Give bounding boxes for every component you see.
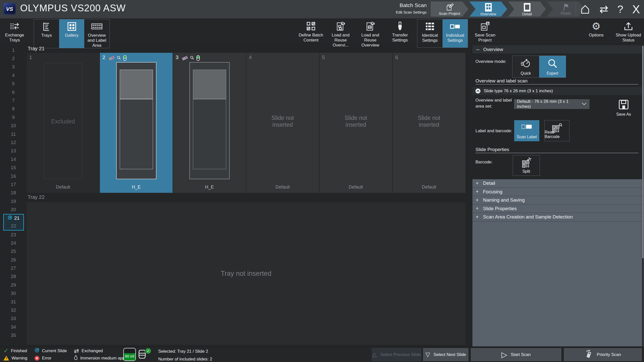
slide-cell-2[interactable]: 2H_E	[100, 53, 173, 193]
scrollbar-thumb[interactable]	[642, 46, 643, 258]
tray-list-item-24[interactable]: 24	[0, 239, 27, 247]
show-upload-status-button[interactable]: Show Upload Status	[615, 19, 641, 43]
tray-list-item-13[interactable]: 13	[0, 147, 27, 155]
slide-label-area[interactable]	[120, 70, 153, 99]
expert-mode-button[interactable]: Expert	[539, 56, 566, 77]
tray-list-item-6[interactable]: 6	[0, 88, 27, 96]
tray-list-item-19[interactable]: 19	[0, 197, 27, 205]
slide-specimen-area[interactable]	[120, 99, 153, 169]
tray-list-item-18[interactable]: 18	[0, 189, 27, 197]
tray-number: 8	[12, 106, 15, 112]
legend-current-slide: Current Slide	[34, 348, 67, 354]
tray-list-item-32[interactable]: 32	[0, 306, 27, 314]
checkboxes-icon	[306, 21, 315, 31]
tray-number: 2	[12, 56, 15, 61]
overview-section-header[interactable]: − Overview	[472, 45, 644, 54]
expand-icon: +	[476, 180, 479, 186]
slide-specimen-area[interactable]	[193, 99, 226, 169]
select-next-slide-button[interactable]: ▽ Select Next Slide	[423, 348, 468, 361]
workflow-step-overview[interactable]: Overview	[469, 2, 507, 17]
tray-list-item-33[interactable]: 33	[0, 314, 27, 323]
slide-cell-3[interactable]: 3H_E	[173, 53, 246, 193]
tray-list-item-22[interactable]: 22	[4, 222, 23, 230]
tray-list-item-4[interactable]: 4	[0, 71, 27, 79]
collapsed-section-detail[interactable]: +Detail	[472, 179, 644, 188]
tray-list-item-17[interactable]: 17	[0, 180, 27, 189]
quick-mode-label: Quick	[521, 71, 531, 76]
select-previous-slide-button[interactable]: △ Select Previous Slide	[372, 348, 421, 361]
tray-list-item-2[interactable]: 2	[0, 54, 27, 63]
slide-cell-1[interactable]: 1ExcludedDefault	[27, 53, 100, 193]
tray-list-item-35[interactable]: 35	[0, 331, 27, 340]
brush-icon	[396, 21, 404, 31]
tray-list-item-1[interactable]: 1	[0, 46, 27, 54]
tray-list-item-30[interactable]: 30	[0, 289, 27, 298]
start-scan-button[interactable]: ▷ Start Scan	[471, 348, 561, 361]
tray-list-item-20[interactable]: 20	[0, 205, 27, 214]
slide-preview[interactable]	[189, 62, 230, 179]
selected-tray-group-box: 2122	[3, 214, 24, 231]
slide-cell-6[interactable]: 6Slide not insertedDefault	[393, 53, 465, 193]
panel-scrollbar[interactable]	[642, 45, 644, 347]
workflow-step-detail[interactable]: Detail	[508, 2, 546, 17]
save-scan-project-label: Save Scan Project	[472, 33, 498, 43]
identical-settings-label: Identical Settings	[417, 33, 442, 43]
scan-label-button[interactable]: Scan Label	[514, 120, 539, 141]
workflow-title: Batch Scan	[377, 2, 427, 8]
slide-cell-5[interactable]: 5Slide not insertedDefault	[319, 53, 393, 193]
tray-list-item-14[interactable]: 14	[0, 155, 27, 163]
collapsed-section-focusing[interactable]: +Focusing	[472, 188, 644, 196]
quick-mode-button[interactable]: Quick	[512, 56, 539, 77]
slide-footer-label: Default	[246, 185, 319, 190]
tray-list-item-31[interactable]: 31	[0, 298, 27, 306]
tray-list-item-11[interactable]: 11	[0, 130, 27, 138]
slide-preview[interactable]	[116, 62, 156, 179]
tray-list-item-23[interactable]: 23	[0, 231, 27, 239]
chevron-up-circle-icon	[475, 88, 480, 94]
tray-list-item-21[interactable]: 21	[4, 214, 23, 222]
tray-list-item-7[interactable]: 7	[0, 96, 27, 105]
options-button[interactable]: ⚙ Options	[585, 19, 608, 43]
slide-number: 2	[102, 54, 105, 60]
home-icon[interactable]	[580, 4, 590, 15]
tray-list-item-10[interactable]: 10	[0, 122, 27, 130]
slide-cell-4[interactable]: 4Slide not insertedDefault	[246, 53, 319, 193]
immersion-bottle-indicator: 60 ml	[123, 348, 136, 361]
tray-list-item-9[interactable]: 9	[0, 113, 27, 121]
switch-layout-icon[interactable]: ⇄	[599, 4, 608, 15]
tray-list-item-16[interactable]: 16	[0, 172, 27, 180]
help-icon[interactable]: ?	[617, 3, 623, 15]
priority-scan-button[interactable]: Priority Scan	[564, 348, 642, 361]
tray-list-item-25[interactable]: 25	[0, 247, 27, 256]
tray-number: 28	[11, 274, 16, 279]
tray-list-item-5[interactable]: 5	[0, 80, 27, 88]
tray-list-item-26[interactable]: 26	[0, 256, 27, 264]
workflow-step-scan-project[interactable]: Scan Project	[431, 2, 468, 17]
collapsed-section-naming-and-saving[interactable]: +Naming and Saving	[472, 196, 644, 205]
slide-type-label: Slide type 76 x 26 mm (3 x 1 inches)	[484, 88, 553, 94]
slide-label-area[interactable]	[193, 70, 226, 99]
tray-list-item-27[interactable]: 27	[0, 264, 27, 272]
trays-icon	[42, 21, 51, 32]
tray-list-item-34[interactable]: 34	[0, 323, 27, 331]
collapsed-section-slide-properties[interactable]: +Slide Properties	[472, 205, 644, 213]
tray-number: 27	[11, 265, 16, 271]
tray-number: 22	[11, 223, 16, 229]
tray-list-item-12[interactable]: 12	[0, 138, 27, 147]
tray-list-item-29[interactable]: 29	[0, 281, 27, 289]
tray-list-item-15[interactable]: 15	[0, 163, 27, 172]
area-set-dropdown[interactable]: Default - 76 x 26 mm (3 x 1 inches)	[514, 99, 589, 109]
tray-list-item-28[interactable]: 28	[0, 273, 27, 281]
read-barcode-button[interactable]: Read Barcode	[544, 120, 570, 141]
slide-type-expander[interactable]: Slide type 76 x 26 mm (3 x 1 inches)	[472, 87, 642, 95]
trays-label: Trays	[41, 33, 52, 38]
tray-number: 4	[12, 73, 15, 78]
tray-list-item-8[interactable]: 8	[0, 105, 27, 113]
split-barcode-button[interactable]: Split	[513, 155, 540, 176]
collapsed-section-scan-area-creation-and-sample-detection[interactable]: +Scan Area Creation and Sample Detection	[472, 213, 644, 221]
close-icon[interactable]: X	[632, 3, 640, 16]
save-as-button[interactable]: Save As	[612, 99, 636, 117]
slide-footer-label: Default	[27, 185, 99, 190]
immersion-vial-icon	[123, 55, 127, 61]
tray-list-item-3[interactable]: 3	[0, 63, 27, 71]
